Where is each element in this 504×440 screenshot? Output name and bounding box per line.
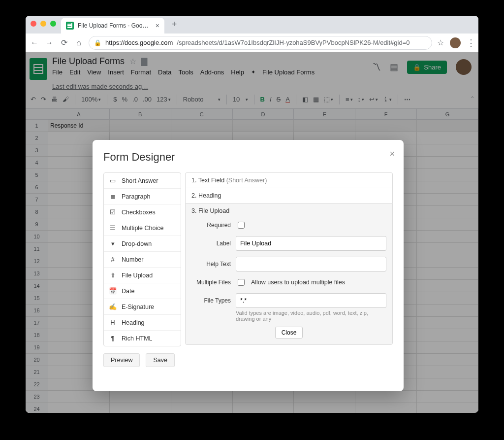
label-label: Label xyxy=(191,240,231,247)
modal-title: Form Designer xyxy=(103,151,393,164)
field-type-label: File Upload xyxy=(122,272,153,279)
field-type-item[interactable]: HHeading xyxy=(104,315,181,331)
close-window-icon[interactable] xyxy=(31,21,36,27)
helptext-label: Help Text xyxy=(191,261,231,268)
field-type-item[interactable]: ✍E-Signature xyxy=(104,299,181,315)
home-button[interactable]: ⌂ xyxy=(74,38,84,47)
helptext-input[interactable] xyxy=(236,257,386,271)
label-input[interactable] xyxy=(236,236,386,251)
field-type-item[interactable]: 📅Date xyxy=(104,283,181,299)
filetypes-input[interactable] xyxy=(236,293,386,308)
field-type-item[interactable]: ⇪File Upload xyxy=(104,268,181,283)
form-item[interactable]: 1. Text Field (Short Answer) xyxy=(185,172,393,188)
save-button[interactable]: Save xyxy=(146,353,175,367)
field-type-label: Rich HTML xyxy=(122,335,153,342)
address-bar: ← → ⟳ ⌂ 🔒 https://docs.google.com/spread… xyxy=(26,34,478,52)
field-type-icon: H xyxy=(109,319,117,326)
form-items-panel: 1. Text Field (Short Answer) 2. Heading … xyxy=(185,172,393,367)
form-item-header[interactable]: 3. File Upload xyxy=(191,207,386,214)
field-type-icon: ▭ xyxy=(109,177,117,184)
multiple-files-label: Multiple Files xyxy=(191,279,231,286)
form-designer-modal: Form Designer × ▭Short Answer≣Paragraph☑… xyxy=(93,140,404,391)
back-button[interactable]: ← xyxy=(30,38,39,47)
multiple-files-checkbox[interactable] xyxy=(238,279,245,286)
url-field[interactable]: 🔒 https://docs.google.com/spreadsheets/d… xyxy=(89,36,432,50)
field-type-item[interactable]: ≣Paragraph xyxy=(104,189,181,204)
field-type-item[interactable]: ☰Multiple Choice xyxy=(104,220,181,236)
field-type-label: Heading xyxy=(122,319,145,326)
field-type-icon: ⇪ xyxy=(109,271,117,279)
field-type-icon: ☑ xyxy=(109,208,117,216)
field-type-item[interactable]: #Number xyxy=(104,252,181,268)
preview-button[interactable]: Preview xyxy=(103,353,140,367)
multiple-files-text: Allow users to upload multiple files xyxy=(251,279,345,286)
tab-close-icon[interactable]: × xyxy=(156,22,159,30)
required-label: Required xyxy=(191,222,231,229)
field-type-label: Checkboxes xyxy=(122,209,156,216)
minimize-window-icon[interactable] xyxy=(40,21,46,27)
field-type-item[interactable]: ▭Short Answer xyxy=(104,173,181,189)
profile-avatar-icon[interactable] xyxy=(450,37,461,48)
modal-close-icon[interactable]: × xyxy=(389,149,395,159)
field-type-label: Number xyxy=(122,256,143,263)
field-type-label: Multiple Choice xyxy=(122,225,163,232)
form-item-expanded: 3. File Upload Required Label Help T xyxy=(185,203,393,345)
required-checkbox[interactable] xyxy=(238,222,245,229)
titlebar: File Upload Forms - Google Sh × + xyxy=(26,16,478,34)
reload-button[interactable]: ⟳ xyxy=(59,38,69,47)
url-path: /spreadsheets/d/1asW7o1IbsdqrZlIJH-yzoha… xyxy=(177,39,410,46)
filetypes-label: File Types xyxy=(191,297,231,304)
window-controls xyxy=(31,21,56,27)
new-tab-button[interactable]: + xyxy=(167,17,181,31)
bookmark-icon[interactable]: ☆ xyxy=(437,38,444,47)
browser-tab[interactable]: File Upload Forms - Google Sh × xyxy=(61,18,164,34)
field-type-item[interactable]: ▾Drop-down xyxy=(104,236,181,252)
field-type-icon: 📅 xyxy=(109,287,117,295)
field-type-label: Paragraph xyxy=(122,193,150,200)
tab-title: File Upload Forms - Google Sh xyxy=(78,22,152,29)
browser-window: File Upload Forms - Google Sh × + ← → ⟳ … xyxy=(26,16,478,413)
field-type-label: Short Answer xyxy=(122,177,158,184)
form-item[interactable]: 2. Heading xyxy=(185,188,393,203)
url-host: https://docs.google.com xyxy=(105,39,173,46)
field-type-label: Drop-down xyxy=(122,240,152,247)
lock-icon: 🔒 xyxy=(94,39,101,46)
field-type-icon: ≣ xyxy=(109,193,117,200)
browser-menu-icon[interactable]: ⋮ xyxy=(467,37,474,48)
field-type-icon: ¶ xyxy=(109,335,117,342)
field-type-icon: # xyxy=(109,256,117,263)
field-type-label: Date xyxy=(122,288,134,295)
sheets-app: File Upload Forms ☆ ▇ File Edit View Ins… xyxy=(26,52,478,413)
field-type-item[interactable]: ☑Checkboxes xyxy=(104,204,181,220)
field-type-icon: ☰ xyxy=(109,224,117,232)
close-item-button[interactable]: Close xyxy=(275,327,303,338)
field-type-list: ▭Short Answer≣Paragraph☑Checkboxes☰Multi… xyxy=(103,172,181,346)
sheets-favicon-icon xyxy=(66,22,74,30)
field-type-icon: ▾ xyxy=(109,240,117,247)
filetypes-hint: Valid types are image, video, audio, pdf… xyxy=(236,310,386,322)
field-type-item[interactable]: ¶Rich HTML xyxy=(104,331,181,346)
field-type-label: E-Signature xyxy=(122,304,154,310)
maximize-window-icon[interactable] xyxy=(50,21,56,27)
field-type-icon: ✍ xyxy=(109,303,117,310)
forward-button[interactable]: → xyxy=(44,38,54,47)
